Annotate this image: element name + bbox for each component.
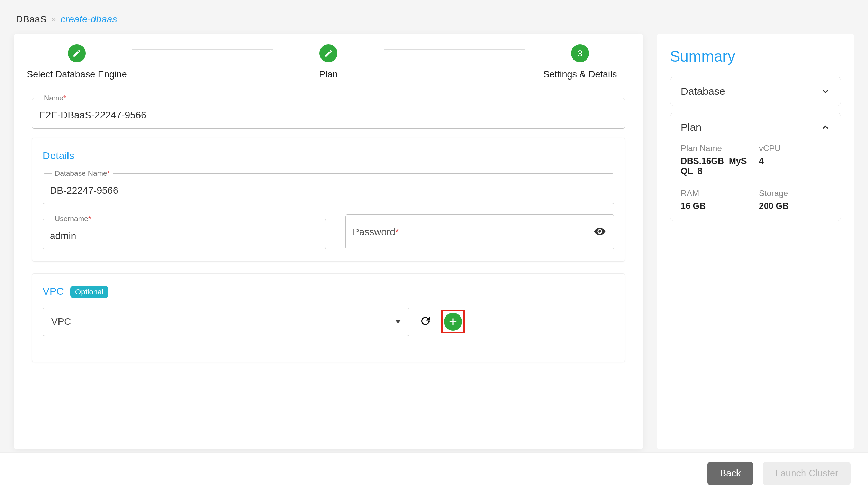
divider bbox=[43, 350, 614, 350]
storage-label: Storage bbox=[759, 189, 830, 198]
vpc-heading: VPC Optional bbox=[43, 285, 614, 298]
name-field-wrapper: Name* bbox=[32, 94, 625, 129]
refresh-icon[interactable] bbox=[419, 315, 432, 329]
vcpu-value: 4 bbox=[759, 156, 830, 176]
step-label: Select Database Engine bbox=[27, 69, 127, 80]
summary-database-label: Database bbox=[681, 85, 725, 97]
details-heading: Details bbox=[43, 150, 614, 162]
launch-cluster-button[interactable]: Launch Cluster bbox=[763, 462, 851, 485]
summary-title: Summary bbox=[670, 48, 841, 65]
database-name-field-wrapper: Database Name* bbox=[43, 169, 614, 204]
breadcrumb-leaf[interactable]: create-dbaas bbox=[61, 14, 117, 25]
step-select-database-engine[interactable]: Select Database Engine bbox=[25, 44, 129, 80]
step-plan[interactable]: Plan bbox=[277, 44, 380, 80]
summary-panel: Summary Database Plan bbox=[657, 34, 854, 449]
username-input[interactable] bbox=[50, 230, 319, 241]
vpc-select-value: VPC bbox=[51, 316, 71, 327]
eye-icon[interactable] bbox=[594, 225, 606, 239]
name-input[interactable] bbox=[39, 110, 618, 121]
footer-bar: Back Launch Cluster bbox=[0, 452, 868, 494]
add-vpc-button[interactable] bbox=[444, 313, 462, 331]
pencil-icon bbox=[68, 44, 86, 62]
main-panel: Select Database Engine Plan 3 Settings &… bbox=[14, 34, 643, 449]
stepper: Select Database Engine Plan 3 Settings &… bbox=[21, 44, 635, 94]
step-label: Plan bbox=[319, 69, 338, 80]
pencil-icon bbox=[319, 44, 337, 62]
breadcrumb-separator: » bbox=[52, 15, 56, 24]
step-number-icon: 3 bbox=[571, 44, 589, 62]
ram-value: 16 GB bbox=[681, 201, 752, 211]
step-connector bbox=[132, 49, 273, 50]
chevron-up-icon bbox=[821, 122, 830, 132]
name-label: Name* bbox=[41, 94, 69, 102]
vcpu-label: vCPU bbox=[759, 144, 830, 153]
vpc-select[interactable]: VPC bbox=[43, 308, 409, 336]
username-label: Username* bbox=[52, 214, 94, 223]
vpc-card: VPC Optional VPC bbox=[32, 273, 625, 362]
step-settings-details[interactable]: 3 Settings & Details bbox=[528, 44, 632, 80]
storage-value: 200 GB bbox=[759, 201, 830, 211]
step-label: Settings & Details bbox=[543, 69, 617, 80]
add-vpc-highlight bbox=[441, 310, 465, 333]
breadcrumb: DBaaS » create-dbaas bbox=[16, 14, 854, 25]
plan-name-label: Plan Name bbox=[681, 144, 752, 153]
summary-plan-body: Plan Name vCPU DBS.16GB_MySQL_8 4 RAM St… bbox=[670, 144, 841, 221]
optional-badge: Optional bbox=[70, 286, 108, 298]
username-field-wrapper: Username* bbox=[43, 214, 326, 249]
summary-plan-label: Plan bbox=[681, 121, 702, 133]
summary-plan-accordion[interactable]: Plan Plan Name vCPU DBS.16GB_MySQL_8 4 R… bbox=[670, 113, 841, 221]
details-card: Details Database Name* Username* Passwor… bbox=[32, 138, 625, 262]
step-connector bbox=[384, 49, 525, 50]
database-name-label: Database Name* bbox=[52, 169, 113, 177]
back-button[interactable]: Back bbox=[707, 462, 753, 485]
database-name-input[interactable] bbox=[50, 185, 607, 196]
summary-database-accordion[interactable]: Database bbox=[670, 77, 841, 106]
ram-label: RAM bbox=[681, 189, 752, 198]
breadcrumb-root[interactable]: DBaaS bbox=[16, 14, 47, 25]
plan-name-value: DBS.16GB_MySQL_8 bbox=[681, 156, 752, 176]
chevron-down-icon bbox=[821, 86, 830, 96]
password-field-wrapper: Password* bbox=[345, 214, 614, 249]
chevron-down-icon bbox=[395, 320, 401, 323]
